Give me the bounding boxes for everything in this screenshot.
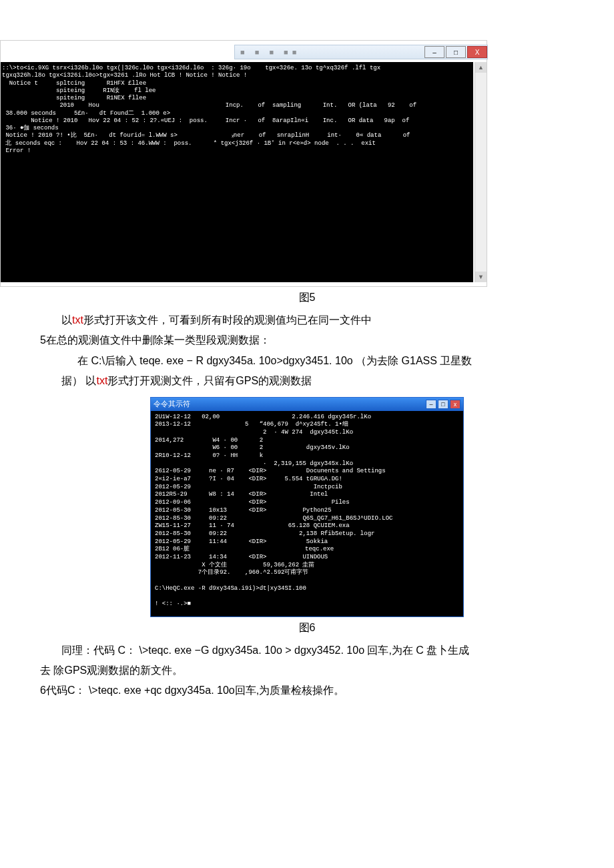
window5-body: ::\>to<ic.9XG tsrx<i326b.l0o tgx(|326c.l… xyxy=(1,62,487,286)
figure5-window: ■ ■ ■ ■■ – □ X ::\>to<ic.9XG tsrx<i326b.… xyxy=(0,40,487,287)
window6-buttons: – □ x xyxy=(424,400,460,409)
maximize-button[interactable]: □ xyxy=(446,46,466,58)
paragraph-4b: 去 除GPS观测数据的新文件。 xyxy=(40,661,574,681)
terminal6-output: 2U1W-12-12 02,00 2.246.416 dgxy345r.lKo … xyxy=(151,411,463,616)
text: 据） 以 xyxy=(61,375,96,386)
terminal5-output: ::\>to<ic.9XG tsrx<i326b.l0o tgx(|326c.l… xyxy=(1,62,473,282)
window6-titlebar: 令令其示符 – □ x xyxy=(151,398,463,411)
paragraph-1: 以txt形式打开该文件，可看到所有时段的观测值均已在同一文件中 xyxy=(40,310,574,330)
window5-buttons: – □ X xyxy=(423,46,487,58)
paragraph-3a: 在 C:\后输入 teqe. exe − R dgxy345a. 10o>dgx… xyxy=(40,351,574,371)
figure6-caption: 图6 xyxy=(40,621,574,635)
scrollbar[interactable] xyxy=(475,62,487,282)
text-red: txt xyxy=(72,314,83,326)
close-button[interactable]: x xyxy=(450,400,460,409)
window6-title: 令令其示符 xyxy=(154,399,190,409)
text: 形式打开该文件，可看到所有时段的观测值均已在同一文件中 xyxy=(83,314,372,326)
text: 形式打开观测文件，只留有GPS的观测数据 xyxy=(107,375,312,386)
text-red: txt xyxy=(96,375,107,386)
minimize-button[interactable]: – xyxy=(426,400,436,409)
paragraph-4a: 同理：代码 C： \>teqc. exe −G dgxy345a. 10o > … xyxy=(40,640,574,661)
figure5-caption: 图5 xyxy=(40,291,574,305)
paragraph-2: 5在总的观测值文件中删除某一类型段观测数据： xyxy=(40,330,574,350)
maximize-button[interactable]: □ xyxy=(438,400,448,409)
paragraph-5: 6代码C： \>teqc. exe +qc dgxy345a. 10o回车,为质… xyxy=(40,681,574,701)
window5-menubar[interactable]: ■ ■ ■ ■■ xyxy=(235,48,423,56)
paragraph-3b: 据） 以txt形式打开观测文件，只留有GPS的观测数据 xyxy=(40,371,574,391)
window5-titlebar: ■ ■ ■ ■■ – □ X xyxy=(234,45,488,59)
figure6-window: 令令其示符 – □ x 2U1W-12-12 02,00 2.246.416 d… xyxy=(150,397,464,617)
minimize-button[interactable]: – xyxy=(424,46,444,58)
text: 以 xyxy=(61,314,72,326)
close-button[interactable]: X xyxy=(467,46,487,58)
